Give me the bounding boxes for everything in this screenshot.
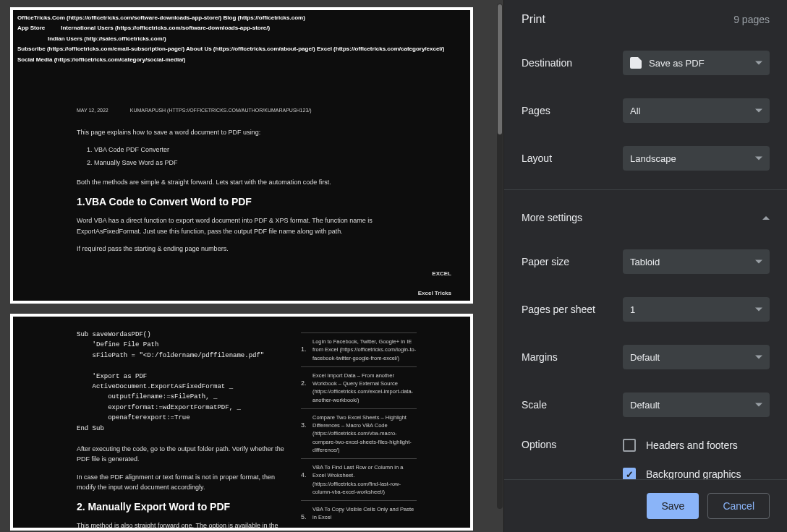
paragraph: In case the PDF alignment or text format…	[77, 472, 288, 493]
method-list: VBA Code PDF Converter Manually Save Wor…	[94, 145, 417, 168]
background-graphics-label: Background graphics	[646, 468, 741, 479]
paragraph: If required pass the starting & ending p…	[77, 244, 417, 254]
chevron-down-icon	[755, 109, 762, 113]
nav-line: App Store	[17, 23, 45, 33]
doc-sidebar: 1.Login to Facebook, Twitter, Google+ in…	[301, 324, 417, 532]
headers-footers-checkbox[interactable]	[623, 439, 636, 452]
preview-page-1: OfficeTricks.Com (https://officetricks.c…	[10, 7, 473, 304]
nav-line: International Users (https://officetrick…	[45, 23, 270, 33]
sidebar-link: Excel Import Data – From another Workboo…	[312, 372, 417, 404]
doc-header-nav: OfficeTricks.Com (https://officetricks.c…	[13, 10, 470, 68]
sidebar-link: Compare Two Excel Sheets – Highlight Dif…	[312, 413, 417, 454]
pages-label: Pages	[522, 105, 623, 116]
chevron-down-icon	[755, 403, 762, 407]
paragraph: Word VBA has a direct function to export…	[77, 215, 417, 236]
scale-select[interactable]: Default	[623, 392, 770, 417]
chevron-down-icon	[755, 157, 762, 160]
save-button[interactable]: Save	[647, 493, 699, 519]
section-heading: 1.VBA Code to Convert Word to PDF	[77, 194, 417, 210]
pages-per-sheet-label: Pages per sheet	[522, 304, 623, 315]
options-label: Options	[522, 439, 623, 450]
chevron-down-icon	[755, 356, 762, 359]
paragraph: This page explains how to save a word do…	[77, 127, 417, 137]
paragraph: Both the methods are simple & straight f…	[77, 177, 417, 187]
preview-scrollbar[interactable]	[497, 4, 503, 509]
code-block: Sub saveWordasPDF() 'Define File Path sF…	[77, 330, 288, 434]
scale-label: Scale	[522, 399, 623, 411]
chevron-down-icon	[755, 308, 762, 312]
list-item: Manually Save Word as PDF	[94, 158, 417, 168]
print-preview-area: OfficeTricks.Com (https://officetricks.c…	[0, 0, 503, 532]
more-settings-toggle[interactable]: More settings	[522, 197, 770, 238]
paper-size-select[interactable]: Tabloid	[623, 249, 770, 274]
sidebar-link: Login to Facebook, Twitter, Google+ in I…	[312, 338, 417, 362]
cancel-button[interactable]: Cancel	[707, 493, 770, 519]
preview-page-2: Sub saveWordasPDF() 'Define File Path sF…	[10, 314, 473, 531]
sidebar-link: VBA To Copy Visible Cells Only and Paste…	[312, 505, 417, 522]
headers-footers-label: Headers and footers	[646, 439, 738, 451]
print-settings-panel: Print 9 pages Destination Save as PDF Pa…	[503, 0, 787, 532]
sidebar-link: VBA To Find Last Row or Column in a Exce…	[312, 463, 417, 496]
nav-line: Subscribe (https://officetricks.com/emai…	[17, 44, 466, 54]
paragraph: This method is also straight forward one…	[77, 520, 288, 532]
nav-line: Indian Users (http://sales.officetricks.…	[17, 34, 466, 44]
sidebar-labels: EXCEL Excel Tricks	[418, 270, 451, 309]
destination-select[interactable]: Save as PDF	[623, 51, 770, 75]
destination-label: Destination	[522, 57, 623, 69]
post-meta: MAY 12, 2022KUMARAPUSH (HTTPS://OFFICETR…	[77, 107, 417, 115]
list-item: VBA Code PDF Converter	[94, 145, 417, 155]
pages-per-sheet-select[interactable]: 1	[623, 297, 770, 322]
chevron-down-icon	[755, 61, 762, 65]
page-count: 9 pages	[733, 14, 770, 25]
chevron-down-icon	[755, 260, 762, 264]
pages-select[interactable]: All	[623, 98, 770, 123]
background-graphics-checkbox[interactable]	[623, 468, 636, 479]
layout-select[interactable]: Landscape	[623, 146, 770, 171]
nav-line: Social Media (https://officetricks.com/c…	[17, 55, 466, 65]
panel-title: Print	[522, 13, 545, 26]
section-heading: 2. Manually Export Word to PDF	[77, 499, 288, 515]
margins-select[interactable]: Default	[623, 345, 770, 369]
nav-line: OfficeTricks.Com (https://officetricks.c…	[17, 13, 466, 23]
chevron-up-icon	[762, 216, 770, 220]
paragraph: After executing the code, go to the outp…	[77, 444, 288, 465]
margins-label: Margins	[522, 351, 623, 363]
layout-label: Layout	[522, 153, 623, 164]
pdf-icon	[630, 57, 642, 69]
paper-size-label: Paper size	[522, 256, 623, 267]
